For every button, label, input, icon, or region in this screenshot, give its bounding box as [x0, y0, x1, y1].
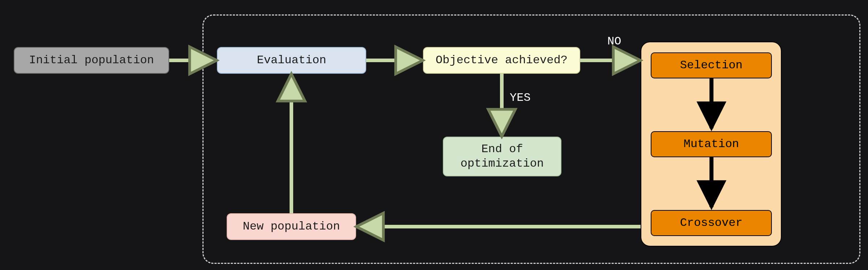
node-initial-population: Initial population [14, 47, 169, 74]
node-selection: Selection [651, 52, 772, 78]
label-no: NO [607, 35, 621, 48]
label-yes: YES [510, 91, 531, 104]
node-objective: Objective achieved? [423, 47, 580, 74]
node-evaluation: Evaluation [217, 47, 366, 74]
node-end: End of optimization [443, 137, 561, 176]
node-mutation: Mutation [651, 131, 772, 157]
node-new-population: New population [227, 213, 356, 240]
node-crossover: Crossover [651, 210, 772, 236]
